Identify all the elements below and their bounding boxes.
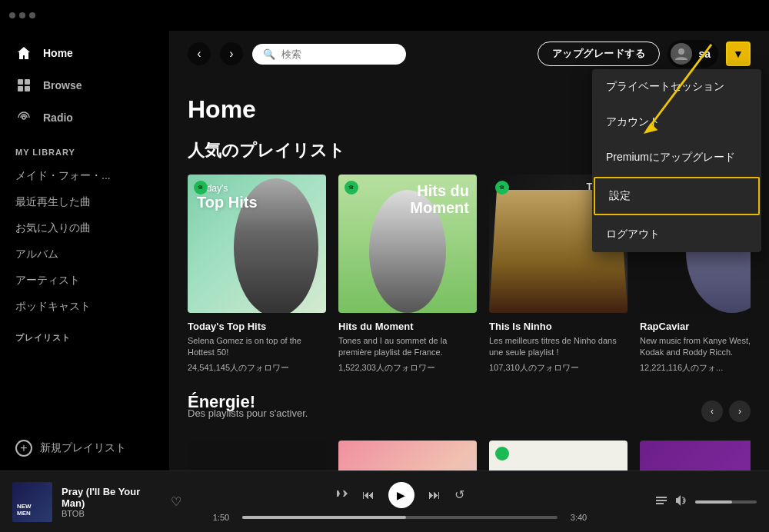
sidebar-item-radio[interactable]: Radio — [0, 101, 169, 134]
energie-next-button[interactable]: › — [729, 401, 751, 422]
window-dot-2 — [19, 12, 25, 18]
sidebar-browse-label: Browse — [43, 79, 82, 91]
spotify-logo-dot — [194, 181, 208, 195]
svg-point-10 — [498, 184, 506, 191]
plus-icon: + — [15, 440, 32, 457]
maximum-text: Maximum — [188, 441, 326, 470]
volume-button[interactable] — [675, 494, 687, 510]
card-maximum[interactable]: Maximum — [188, 441, 326, 470]
svg-rect-13 — [656, 497, 667, 498]
svg-point-12 — [498, 450, 506, 457]
volume-fill — [695, 500, 732, 504]
card-image-gym: GymTonic — [640, 441, 751, 470]
new-playlist-button[interactable]: + 新規プレイリスト — [0, 432, 169, 464]
sidebar-item-home[interactable]: Home — [0, 37, 169, 69]
sidebar-item-made-for[interactable]: メイド・フォー・... — [0, 163, 169, 189]
card-title-top-hits: Today's Top Hits — [188, 321, 326, 332]
sidebar-item-podcasts[interactable]: ポッドキャスト — [0, 294, 169, 320]
energie-prev-button[interactable]: ‹ — [701, 401, 723, 422]
card-desc-ninho: Les meilleurs titres de Ninho dans une s… — [489, 335, 628, 359]
card-desc-top-hits: Selena Gomez is on top of the Hottest 50… — [188, 335, 326, 359]
home-icon — [15, 45, 32, 62]
svg-rect-15 — [656, 503, 664, 504]
sidebar-item-artists[interactable]: アーティスト — [0, 268, 169, 294]
card-gym-tonic[interactable]: GymTonic — [640, 441, 751, 470]
user-menu-button[interactable]: sa — [667, 40, 718, 68]
volume-slider[interactable] — [695, 500, 757, 504]
dropdown-item-settings[interactable]: 設定 — [594, 177, 760, 215]
energie-section-nav: ‹ › — [701, 401, 751, 422]
sidebar-item-liked[interactable]: お気に入りの曲 — [0, 215, 169, 241]
forward-button[interactable]: › — [220, 42, 243, 65]
dropdown-item-private-session[interactable]: プライベートセッション — [592, 69, 761, 105]
search-icon: 🔍 — [263, 48, 275, 60]
player-like-button[interactable]: ♡ — [171, 494, 181, 509]
progress-bar[interactable] — [242, 516, 558, 519]
sidebar-item-albums[interactable]: アルバム — [0, 241, 169, 268]
card-followers-ninho: 107,310人のフォロワー — [489, 362, 628, 374]
player-controls: ⏮ ▶ ⏭ ↺ 1:50 3:40 — [181, 482, 618, 522]
sidebar-item-recent[interactable]: 最近再生した曲 — [0, 189, 169, 215]
spotify-dot-hits — [345, 181, 358, 195]
card-desc-hits-moment: Tones and I au sommet de la première pla… — [338, 335, 477, 359]
player-progress: 1:50 3:40 — [208, 513, 592, 522]
title-bar — [0, 0, 769, 31]
svg-rect-3 — [25, 86, 30, 91]
svg-point-9 — [348, 184, 355, 191]
dropdown-arrow-button[interactable]: ▼ — [726, 42, 751, 66]
play-pause-button[interactable]: ▶ — [388, 482, 414, 508]
back-button[interactable]: ‹ — [188, 42, 211, 65]
spotify-dot-ninho — [495, 181, 509, 195]
card-today-top-hits[interactable]: Today's Top Hits — [188, 175, 326, 374]
user-label: sa — [698, 48, 711, 60]
player-right — [618, 494, 757, 510]
window-dot-3 — [29, 12, 35, 18]
repeat-button[interactable]: ↺ — [454, 487, 464, 502]
shuffle-button[interactable] — [336, 487, 348, 503]
svg-rect-14 — [656, 500, 667, 501]
energie-subtitle: Des playlists pour s'activer. — [188, 407, 308, 419]
card-title-ninho: This Is Ninho — [489, 321, 628, 332]
dropdown-menu: プライベートセッション アカウント Premiumにアップグレード 設定 ログア… — [592, 69, 761, 252]
card-image-hits-moment: Hits duMoment — [338, 175, 477, 313]
card-french-noise[interactable]: FrenchNoise French Noise — [489, 441, 628, 470]
svg-point-4 — [22, 116, 25, 119]
album-art-text: NEWMEN — [17, 504, 32, 517]
card-followers-top-hits: 24,541,145人のフォロワー — [188, 362, 326, 374]
dropdown-item-account[interactable]: アカウント — [592, 105, 761, 140]
queue-button[interactable] — [655, 494, 667, 510]
upgrade-button[interactable]: アップグレードする — [538, 42, 661, 66]
dropdown-item-logout[interactable]: ログアウト — [592, 217, 761, 252]
card-pink[interactable] — [338, 441, 477, 470]
card-followers-rapcaviar: 12,221,116人のフォ... — [640, 362, 751, 374]
topbar: ‹ › 🔍 アップグレードする sa — [169, 31, 769, 77]
next-button[interactable]: ⏭ — [428, 488, 441, 502]
player-buttons: ⏮ ▶ ⏭ ↺ — [336, 482, 464, 508]
card-title-hits-moment: Hits du Moment — [338, 321, 477, 332]
card-image-french-noise: FrenchNoise — [489, 441, 628, 470]
svg-point-5 — [678, 48, 684, 55]
hits-moment-text: Hits duMoment — [410, 182, 469, 216]
player-time-total: 3:40 — [565, 513, 592, 522]
dropdown-item-premium[interactable]: Premiumにアップグレード — [592, 140, 761, 175]
new-playlist-label: 新規プレイリスト — [40, 441, 126, 455]
app-container: Home Browse — [0, 0, 769, 532]
sidebar-home-label: Home — [43, 47, 73, 59]
card-image-maximum: Maximum — [188, 441, 326, 470]
previous-button[interactable]: ⏮ — [362, 488, 375, 502]
card-hits-du-moment[interactable]: Hits duMoment Hits du Moment Tones and I… — [338, 175, 477, 374]
search-bar: 🔍 — [252, 44, 406, 65]
card-image-top-hits: Today's Top Hits — [188, 175, 326, 313]
sidebar-item-browse[interactable]: Browse — [0, 69, 169, 101]
svg-rect-0 — [18, 79, 23, 85]
browse-icon — [15, 77, 32, 94]
energie-section-header: Énergie! Des playlists pour s'activer. ‹… — [188, 392, 751, 431]
svg-rect-2 — [18, 86, 23, 91]
topbar-right: アップグレードする sa ▼ — [538, 40, 751, 68]
svg-point-8 — [197, 184, 205, 191]
main-area: Home Browse — [0, 31, 769, 470]
radio-icon — [15, 109, 32, 126]
search-input[interactable] — [281, 48, 389, 60]
progress-bar-fill — [242, 516, 406, 519]
player-time-current: 1:50 — [208, 513, 235, 522]
